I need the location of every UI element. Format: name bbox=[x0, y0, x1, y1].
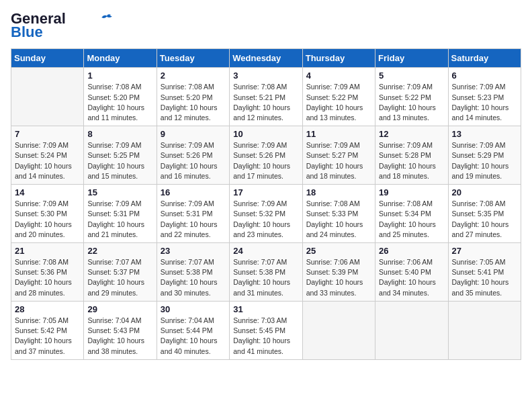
day-number: 10 bbox=[233, 129, 298, 139]
day-number: 19 bbox=[379, 187, 444, 197]
day-number: 8 bbox=[87, 129, 152, 139]
calendar-cell: 6Sunrise: 7:09 AMSunset: 5:23 PMDaylight… bbox=[448, 68, 521, 126]
calendar-cell: 7Sunrise: 7:09 AMSunset: 5:24 PMDaylight… bbox=[11, 126, 84, 185]
calendar-body: 1Sunrise: 7:08 AMSunset: 5:20 PMDaylight… bbox=[11, 68, 521, 359]
day-info: Sunrise: 7:09 AMSunset: 5:27 PMDaylight:… bbox=[306, 140, 371, 181]
day-info: Sunrise: 7:05 AMSunset: 5:41 PMDaylight:… bbox=[452, 257, 517, 298]
day-info: Sunrise: 7:06 AMSunset: 5:40 PMDaylight:… bbox=[379, 257, 444, 298]
day-info: Sunrise: 7:05 AMSunset: 5:42 PMDaylight:… bbox=[15, 316, 80, 357]
calendar-cell: 18Sunrise: 7:08 AMSunset: 5:33 PMDayligh… bbox=[302, 185, 375, 243]
day-number: 17 bbox=[233, 187, 298, 197]
day-info: Sunrise: 7:09 AMSunset: 5:31 PMDaylight:… bbox=[161, 199, 226, 240]
day-info: Sunrise: 7:09 AMSunset: 5:24 PMDaylight:… bbox=[15, 140, 80, 181]
week-row-3: 14Sunrise: 7:09 AMSunset: 5:30 PMDayligh… bbox=[11, 185, 521, 243]
weekday-saturday: Saturday bbox=[448, 49, 521, 68]
calendar-cell: 30Sunrise: 7:04 AMSunset: 5:44 PMDayligh… bbox=[157, 301, 229, 359]
calendar-cell bbox=[448, 301, 521, 359]
logo: General Blue bbox=[11, 11, 113, 40]
week-row-2: 7Sunrise: 7:09 AMSunset: 5:24 PMDaylight… bbox=[11, 126, 521, 185]
week-row-1: 1Sunrise: 7:08 AMSunset: 5:20 PMDaylight… bbox=[11, 68, 521, 126]
day-number: 26 bbox=[379, 246, 444, 256]
day-number: 25 bbox=[306, 246, 371, 256]
day-info: Sunrise: 7:09 AMSunset: 5:31 PMDaylight:… bbox=[87, 199, 152, 240]
day-number: 9 bbox=[161, 129, 226, 139]
weekday-wednesday: Wednesday bbox=[230, 49, 302, 68]
day-info: Sunrise: 7:04 AMSunset: 5:43 PMDaylight:… bbox=[87, 316, 152, 357]
calendar-cell: 15Sunrise: 7:09 AMSunset: 5:31 PMDayligh… bbox=[84, 185, 157, 243]
day-number: 24 bbox=[233, 246, 298, 256]
calendar-cell: 9Sunrise: 7:09 AMSunset: 5:26 PMDaylight… bbox=[157, 126, 229, 185]
calendar-cell: 23Sunrise: 7:07 AMSunset: 5:38 PMDayligh… bbox=[157, 243, 229, 302]
day-number: 31 bbox=[233, 304, 298, 314]
day-info: Sunrise: 7:08 AMSunset: 5:33 PMDaylight:… bbox=[306, 199, 371, 240]
day-info: Sunrise: 7:03 AMSunset: 5:45 PMDaylight:… bbox=[233, 316, 298, 357]
calendar-cell: 16Sunrise: 7:09 AMSunset: 5:31 PMDayligh… bbox=[157, 185, 229, 243]
calendar-cell: 17Sunrise: 7:09 AMSunset: 5:32 PMDayligh… bbox=[230, 185, 302, 243]
day-number: 16 bbox=[161, 187, 226, 197]
week-row-4: 21Sunrise: 7:08 AMSunset: 5:36 PMDayligh… bbox=[11, 243, 521, 302]
day-number: 21 bbox=[15, 246, 80, 256]
weekday-thursday: Thursday bbox=[302, 49, 375, 68]
day-info: Sunrise: 7:08 AMSunset: 5:21 PMDaylight:… bbox=[233, 82, 298, 123]
logo-text-blue: Blue bbox=[11, 24, 43, 40]
day-number: 18 bbox=[306, 187, 371, 197]
day-info: Sunrise: 7:08 AMSunset: 5:20 PMDaylight:… bbox=[161, 82, 226, 123]
day-number: 23 bbox=[161, 246, 226, 256]
day-number: 20 bbox=[452, 187, 517, 197]
calendar-table: SundayMondayTuesdayWednesdayThursdayFrid… bbox=[11, 48, 521, 359]
day-info: Sunrise: 7:09 AMSunset: 5:22 PMDaylight:… bbox=[306, 82, 371, 123]
page-header: General Blue bbox=[11, 11, 521, 40]
day-info: Sunrise: 7:09 AMSunset: 5:26 PMDaylight:… bbox=[233, 140, 298, 181]
day-info: Sunrise: 7:04 AMSunset: 5:44 PMDaylight:… bbox=[161, 316, 226, 357]
day-number: 30 bbox=[161, 304, 226, 314]
calendar-cell bbox=[11, 68, 84, 126]
day-number: 22 bbox=[87, 246, 152, 256]
day-info: Sunrise: 7:09 AMSunset: 5:30 PMDaylight:… bbox=[15, 199, 80, 240]
day-number: 7 bbox=[15, 129, 80, 139]
day-info: Sunrise: 7:08 AMSunset: 5:35 PMDaylight:… bbox=[452, 199, 517, 240]
day-info: Sunrise: 7:07 AMSunset: 5:37 PMDaylight:… bbox=[87, 257, 152, 298]
day-number: 15 bbox=[87, 187, 152, 197]
day-number: 5 bbox=[379, 71, 444, 81]
day-number: 28 bbox=[15, 304, 80, 314]
day-number: 4 bbox=[306, 71, 371, 81]
calendar-cell bbox=[302, 301, 375, 359]
day-info: Sunrise: 7:09 AMSunset: 5:28 PMDaylight:… bbox=[379, 140, 444, 181]
calendar-cell: 8Sunrise: 7:09 AMSunset: 5:25 PMDaylight… bbox=[84, 126, 157, 185]
calendar-cell: 27Sunrise: 7:05 AMSunset: 5:41 PMDayligh… bbox=[448, 243, 521, 302]
day-info: Sunrise: 7:07 AMSunset: 5:38 PMDaylight:… bbox=[161, 257, 226, 298]
logo-bird-icon bbox=[101, 13, 113, 22]
calendar-cell: 21Sunrise: 7:08 AMSunset: 5:36 PMDayligh… bbox=[11, 243, 84, 302]
calendar-cell: 28Sunrise: 7:05 AMSunset: 5:42 PMDayligh… bbox=[11, 301, 84, 359]
calendar-cell: 1Sunrise: 7:08 AMSunset: 5:20 PMDaylight… bbox=[84, 68, 157, 126]
calendar-cell: 14Sunrise: 7:09 AMSunset: 5:30 PMDayligh… bbox=[11, 185, 84, 243]
calendar-cell: 13Sunrise: 7:09 AMSunset: 5:29 PMDayligh… bbox=[448, 126, 521, 185]
week-row-5: 28Sunrise: 7:05 AMSunset: 5:42 PMDayligh… bbox=[11, 301, 521, 359]
calendar-cell: 29Sunrise: 7:04 AMSunset: 5:43 PMDayligh… bbox=[84, 301, 157, 359]
day-number: 11 bbox=[306, 129, 371, 139]
calendar-cell: 24Sunrise: 7:07 AMSunset: 5:38 PMDayligh… bbox=[230, 243, 302, 302]
calendar-cell: 12Sunrise: 7:09 AMSunset: 5:28 PMDayligh… bbox=[375, 126, 448, 185]
day-number: 14 bbox=[15, 187, 80, 197]
calendar-cell: 11Sunrise: 7:09 AMSunset: 5:27 PMDayligh… bbox=[302, 126, 375, 185]
weekday-friday: Friday bbox=[375, 49, 448, 68]
day-number: 13 bbox=[452, 129, 517, 139]
day-number: 29 bbox=[87, 304, 152, 314]
day-number: 12 bbox=[379, 129, 444, 139]
day-number: 1 bbox=[87, 71, 152, 81]
weekday-sunday: Sunday bbox=[11, 49, 84, 68]
day-info: Sunrise: 7:09 AMSunset: 5:23 PMDaylight:… bbox=[452, 82, 517, 123]
day-number: 3 bbox=[233, 71, 298, 81]
calendar-cell: 26Sunrise: 7:06 AMSunset: 5:40 PMDayligh… bbox=[375, 243, 448, 302]
calendar-cell: 25Sunrise: 7:06 AMSunset: 5:39 PMDayligh… bbox=[302, 243, 375, 302]
calendar-cell: 10Sunrise: 7:09 AMSunset: 5:26 PMDayligh… bbox=[230, 126, 302, 185]
day-info: Sunrise: 7:09 AMSunset: 5:32 PMDaylight:… bbox=[233, 199, 298, 240]
calendar-cell: 2Sunrise: 7:08 AMSunset: 5:20 PMDaylight… bbox=[157, 68, 229, 126]
day-info: Sunrise: 7:09 AMSunset: 5:25 PMDaylight:… bbox=[87, 140, 152, 181]
day-info: Sunrise: 7:09 AMSunset: 5:26 PMDaylight:… bbox=[161, 140, 226, 181]
calendar-cell: 22Sunrise: 7:07 AMSunset: 5:37 PMDayligh… bbox=[84, 243, 157, 302]
day-number: 2 bbox=[161, 71, 226, 81]
day-info: Sunrise: 7:06 AMSunset: 5:39 PMDaylight:… bbox=[306, 257, 371, 298]
calendar-cell: 3Sunrise: 7:08 AMSunset: 5:21 PMDaylight… bbox=[230, 68, 302, 126]
day-info: Sunrise: 7:08 AMSunset: 5:34 PMDaylight:… bbox=[379, 199, 444, 240]
